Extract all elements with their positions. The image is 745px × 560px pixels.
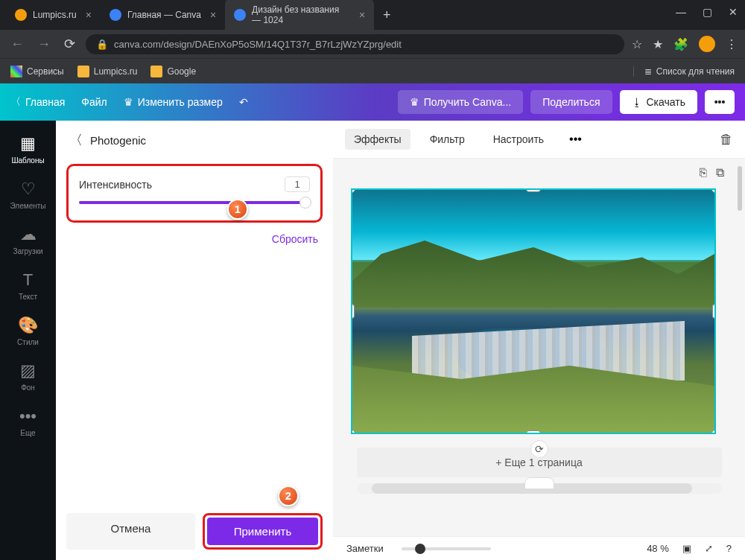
rail-uploads[interactable]: ☁Загрузки (0, 217, 56, 263)
toolbar-effects[interactable]: Эффекты (345, 129, 410, 150)
fullscreen-icon[interactable]: ⤢ (705, 543, 713, 554)
download-button[interactable]: ⭳ Скачать (620, 90, 698, 114)
resize-handle[interactable] (526, 188, 541, 192)
elements-icon: ♡ (21, 179, 36, 199)
expand-tab[interactable] (524, 477, 554, 489)
browser-tabs: Lumpics.ru × Главная — Canva × Дизайн бе… (0, 0, 745, 30)
tab-canva-design[interactable]: Дизайн без названия — 1024 × (225, 0, 374, 31)
canvas-toolbar: Эффекты Фильтр Настроить ••• 🗑 (333, 121, 745, 159)
bookmark-google[interactable]: Google (150, 66, 196, 77)
slider-thumb[interactable] (299, 197, 311, 209)
zoom-thumb[interactable] (415, 544, 425, 554)
new-tab-button[interactable]: + (374, 7, 400, 23)
rail-elements[interactable]: ♡Элементы (0, 172, 56, 217)
toolbar-more[interactable]: ••• (563, 128, 588, 150)
folder-icon (150, 66, 162, 77)
resize-handle[interactable] (712, 304, 716, 319)
tab-lumpics[interactable]: Lumpics.ru × (6, 3, 101, 27)
panel-back-button[interactable]: 〈 (69, 131, 83, 149)
horizontal-scrollbar[interactable] (357, 483, 722, 494)
file-menu[interactable]: Файл (81, 96, 107, 108)
add-page-button[interactable]: ⟳ + Еще 1 страница (357, 448, 722, 477)
get-canva-pro-button[interactable]: ♛ Получить Canva... (398, 90, 524, 114)
bookmark-services[interactable]: Сервисы (10, 66, 64, 77)
tab-close-icon[interactable]: × (359, 9, 365, 21)
extensions-icon[interactable]: 🧩 (673, 37, 688, 51)
page-actions: ⎘ ⧉ (700, 166, 724, 179)
favicon-icon (234, 9, 246, 21)
folder-icon (77, 66, 89, 77)
uploads-icon: ☁ (20, 225, 37, 244)
back-button[interactable]: ← (7, 34, 27, 55)
resize-menu[interactable]: ♛ Изменить размер (124, 96, 223, 108)
resize-handle[interactable] (711, 430, 716, 434)
rail-background[interactable]: ▨Фон (0, 354, 56, 399)
home-link[interactable]: 〈 Главная (10, 95, 65, 109)
cancel-button[interactable]: Отмена (66, 513, 195, 550)
bottom-bar: Заметки 48 % ▣ ⤢ ? (333, 536, 745, 560)
reload-button[interactable]: ⟳ (61, 33, 78, 55)
toolbar-adjust[interactable]: Настроить (484, 129, 553, 150)
help-icon[interactable]: ? (726, 543, 732, 554)
vertical-scrollbar[interactable] (738, 166, 742, 211)
url-text: canva.com/design/DAEnXoP5oSM/14Q1T37r_B7… (114, 39, 402, 50)
notes-button[interactable]: Заметки (346, 543, 384, 554)
rail-templates[interactable]: ▦Шаблоны (0, 127, 56, 172)
favicon-icon (110, 9, 121, 21)
extension-icon[interactable]: ★ (653, 37, 663, 51)
tab-close-icon[interactable]: × (210, 9, 216, 21)
tab-canva-home[interactable]: Главная — Canva × (101, 3, 225, 27)
resize-handle[interactable] (526, 430, 541, 434)
bookmark-star-icon[interactable]: ☆ (632, 37, 642, 51)
rail-text[interactable]: TТекст (0, 263, 56, 308)
duplicate-page-icon[interactable]: ⎘ (700, 166, 707, 179)
share-button[interactable]: Поделиться (530, 90, 612, 114)
grid-view-icon[interactable]: ▣ (682, 543, 691, 554)
canva-top-bar: 〈 Главная Файл ♛ Изменить размер ↶ ♛ Пол… (0, 83, 745, 121)
apps-icon (10, 66, 22, 77)
annotation-step-1: 1 (227, 199, 248, 220)
reset-link[interactable]: Сбросить (56, 227, 333, 251)
apply-button[interactable]: Применить (207, 518, 318, 545)
minimize-icon[interactable]: — (676, 6, 686, 18)
maximize-icon[interactable]: ▢ (703, 6, 712, 18)
intensity-label: Интенсивность (79, 179, 152, 191)
profile-avatar[interactable] (699, 36, 715, 52)
toolbar-filter[interactable]: Фильтр (421, 129, 474, 150)
tab-title: Главная — Canva (127, 10, 201, 20)
resize-handle[interactable] (351, 304, 355, 319)
bookmark-lumpics[interactable]: Lumpics.ru (77, 66, 138, 77)
tab-title: Дизайн без названия — 1024 (252, 4, 350, 25)
more-button[interactable]: ••• (705, 90, 735, 114)
forward-button[interactable]: → (34, 34, 54, 55)
download-icon: ⭳ (632, 96, 642, 108)
resize-handle[interactable] (351, 188, 355, 193)
crown-icon: ♛ (410, 96, 419, 108)
intensity-control-highlight: Интенсивность 1 (66, 164, 323, 223)
undo-button[interactable]: ↶ (239, 96, 248, 108)
favicon-icon (15, 9, 27, 21)
add-page-icon[interactable]: ⧉ (716, 166, 724, 179)
templates-icon: ▦ (20, 134, 36, 153)
menu-icon[interactable]: ⋮ (726, 37, 738, 51)
canvas-body[interactable]: ⎘ ⧉ ⟳ + Еще 1 страница (333, 159, 745, 536)
text-icon: T (23, 270, 33, 290)
styles-icon: 🎨 (18, 316, 38, 335)
intensity-slider[interactable] (79, 201, 310, 204)
close-icon[interactable]: ✕ (729, 6, 738, 18)
bookmarks-bar: Сервисы Lumpics.ru Google ≣ Список для ч… (0, 58, 745, 83)
address-row: ← → ⟳ 🔒 canva.com/design/DAEnXoP5oSM/14Q… (0, 30, 745, 58)
panel-title: Photogenic (90, 134, 146, 147)
resize-handle[interactable] (711, 188, 716, 193)
delete-button[interactable]: 🗑 (720, 132, 733, 147)
address-bar[interactable]: 🔒 canva.com/design/DAEnXoP5oSM/14Q1T37r_… (86, 34, 624, 54)
zoom-slider[interactable] (402, 547, 491, 550)
intensity-value-input[interactable]: 1 (285, 176, 310, 192)
selected-image[interactable] (351, 188, 716, 434)
reading-list-button[interactable]: ≣ Список для чтения (633, 66, 735, 77)
zoom-value[interactable]: 48 % (647, 543, 669, 554)
list-icon: ≣ (644, 66, 652, 77)
tab-close-icon[interactable]: × (86, 9, 92, 21)
rail-styles[interactable]: 🎨Стили (0, 308, 56, 354)
rail-more[interactable]: •••Еще (0, 399, 56, 445)
